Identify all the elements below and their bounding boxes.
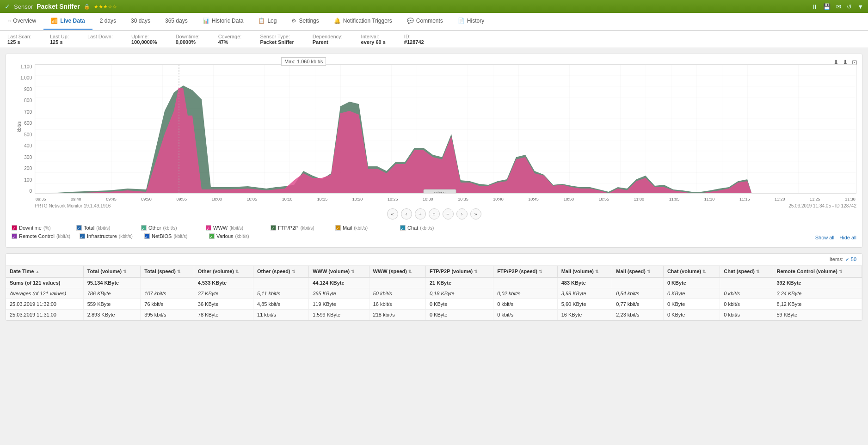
x-label: 11:15: [739, 197, 750, 201]
live-icon: 📶: [51, 18, 58, 24]
x-label: 10:45: [528, 197, 539, 201]
legend-checkbox-other[interactable]: ✓: [141, 225, 147, 231]
avg-total-speed: 107 kbit/s: [141, 288, 194, 299]
tab-live-data[interactable]: 📶 Live Data: [43, 13, 92, 30]
legend-checkbox-various[interactable]: ✓: [209, 233, 215, 239]
items-label: Items:: [830, 256, 843, 262]
nav-zoom-out[interactable]: −: [443, 208, 454, 219]
tab-2days[interactable]: 2 days: [92, 13, 123, 30]
tab-log[interactable]: 📋 Log: [251, 13, 284, 30]
y-label-600: 600: [24, 121, 32, 126]
nav-zoom-in[interactable]: +: [415, 208, 426, 219]
hide-all-link[interactable]: Hide all: [839, 235, 856, 240]
nav-next[interactable]: ›: [456, 208, 468, 219]
legend-checkbox-mail[interactable]: ✓: [335, 225, 341, 231]
col-mail-speed[interactable]: Mail (speed) ⇅: [612, 266, 664, 277]
refresh-icon[interactable]: ↺: [847, 3, 852, 10]
nav-prev[interactable]: ‹: [401, 208, 412, 219]
coverage: Coverage: 47%: [218, 34, 242, 45]
items-value[interactable]: ✓ 50: [845, 256, 856, 262]
row1-other-vol: 36 KByte: [194, 299, 253, 310]
tab-history[interactable]: 📄 History: [450, 13, 492, 30]
col-remote-vol[interactable]: Remote Control (volume) ⇅: [773, 266, 862, 277]
y-axis-label: kbit/s: [17, 122, 22, 132]
overview-icon: ○: [7, 18, 11, 24]
star-rating[interactable]: ★★★☆☆: [94, 4, 117, 10]
sums-ftp-speed: [493, 277, 557, 288]
legend-checkbox-infra[interactable]: ✓: [80, 233, 85, 239]
tab-overview[interactable]: ○ Overview: [0, 13, 43, 30]
legend-checkbox-chat[interactable]: ✓: [400, 225, 406, 231]
legend-checkbox-downtime[interactable]: ✓: [12, 225, 17, 231]
tab-notification-triggers[interactable]: 🔔 Notification Triggers: [326, 13, 400, 30]
row1-total-speed: 76 kbit/s: [141, 299, 194, 310]
settings-icon: ⚙: [291, 18, 296, 24]
y-label-200: 200: [24, 166, 32, 171]
legend-checkbox-netbios[interactable]: ✓: [144, 233, 150, 239]
save-icon[interactable]: 💾: [823, 3, 831, 10]
sums-row: Sums (of 121 values) 95.134 KByte 4.533 …: [6, 277, 862, 288]
tab-30days[interactable]: 30 days: [123, 13, 158, 30]
chart-footer-right: 25.03.2019 11:34:05 - ID 128742: [788, 203, 856, 208]
chart-footer-left: PRTG Network Monitor 19.1.49.1916: [35, 203, 111, 208]
avg-www-vol: 365 KByte: [309, 288, 369, 299]
legend-chat: ✓ Chat (kbit/s): [400, 225, 456, 231]
col-www-vol[interactable]: WWW (volume) ⇅: [309, 266, 369, 277]
tab-365days[interactable]: 365 days: [158, 13, 195, 30]
sums-total-vol: 95.134 KByte: [83, 277, 141, 288]
historic-icon: 📊: [203, 18, 209, 24]
y-label-300: 300: [24, 155, 32, 160]
col-chat-vol[interactable]: Chat (volume) ⇅: [663, 266, 720, 277]
col-chat-speed[interactable]: Chat (speed) ⇅: [720, 266, 773, 277]
legend-checkbox-www[interactable]: ✓: [206, 225, 211, 231]
menu-icon[interactable]: ▼: [857, 3, 863, 10]
col-www-speed[interactable]: WWW (speed) ⇅: [369, 266, 425, 277]
avg-other-speed: 5,11 kbit/s: [253, 288, 309, 299]
col-other-speed[interactable]: Other (speed) ⇅: [253, 266, 309, 277]
avg-www-speed: 50 kbit/s: [369, 288, 425, 299]
table-card: Items: ✓ 50 Date Time ▲ Total (volume) ⇅…: [6, 253, 862, 321]
x-label: 11:05: [669, 197, 680, 201]
legend-checkbox-total[interactable]: ✓: [76, 225, 82, 231]
avg-ftp-speed: 0,02 kbit/s: [493, 288, 557, 299]
row2-www-vol: 1.599 KByte: [309, 310, 369, 320]
nav-last[interactable]: »: [470, 208, 481, 219]
col-datetime[interactable]: Date Time ▲: [6, 266, 83, 277]
email-icon[interactable]: ✉: [836, 3, 841, 10]
col-total-speed[interactable]: Total (speed) ⇅: [141, 266, 194, 277]
tab-comments[interactable]: 💬 Comments: [400, 13, 450, 30]
sensor-name: Packet Sniffer: [37, 3, 80, 10]
row1-mail-speed: 0,77 kbit/s: [612, 299, 664, 310]
legend-infrastructure: ✓ Infrastructure (kbit/s): [80, 233, 135, 239]
sensor-id: ID: #128742: [404, 34, 424, 45]
avg-ftp-vol: 0,18 KByte: [425, 288, 493, 299]
row1-other-speed: 4,85 kbit/s: [253, 299, 309, 310]
pause-icon[interactable]: ⏸: [812, 3, 818, 10]
col-total-vol[interactable]: Total (volume) ⇅: [83, 266, 141, 277]
x-label: 11:00: [634, 197, 645, 201]
row2-www-speed: 218 kbit/s: [369, 310, 425, 320]
row1-chat-vol: 0 KByte: [663, 299, 720, 310]
legend-downtime: ✓ Downtime (%): [12, 225, 67, 231]
sums-chat-vol: 0 KByte: [663, 277, 720, 288]
x-label: 11:20: [775, 197, 785, 201]
show-all-link[interactable]: Show all: [815, 235, 835, 240]
sums-ftp-vol: 21 KByte: [425, 277, 493, 288]
col-ftp-speed[interactable]: FTP/P2P (speed) ⇅: [493, 266, 557, 277]
tab-settings[interactable]: ⚙ Settings: [284, 13, 326, 30]
legend-checkbox-ftp[interactable]: ✓: [271, 225, 276, 231]
legend-checkbox-remote[interactable]: ✓: [12, 233, 17, 239]
col-other-vol[interactable]: Other (volume) ⇅: [194, 266, 253, 277]
nav-first[interactable]: «: [387, 208, 398, 219]
sums-mail-vol: 483 KByte: [557, 277, 612, 288]
col-mail-vol[interactable]: Mail (volume) ⇅: [557, 266, 612, 277]
col-ftp-vol[interactable]: FTP/P2P (volume) ⇅: [425, 266, 493, 277]
y-label-900: 900: [24, 87, 32, 92]
x-label: 10:05: [247, 197, 258, 201]
x-label: 10:25: [388, 197, 398, 201]
nav-center[interactable]: ○: [429, 208, 440, 219]
avg-total-vol: 786 KByte: [83, 288, 141, 299]
tab-historic-data[interactable]: 📊 Historic Data: [195, 13, 251, 30]
uptime: Uptime: 100,0000%: [131, 34, 157, 45]
last-down: Last Down:: [87, 34, 113, 45]
